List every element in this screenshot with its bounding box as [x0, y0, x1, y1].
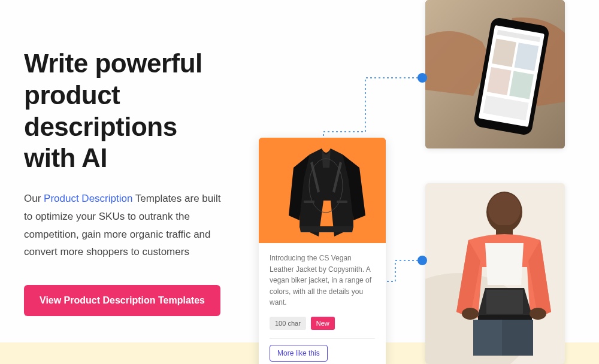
svg-point-21 [530, 308, 546, 320]
view-templates-button[interactable]: View Product Description Templates [24, 285, 220, 316]
svg-rect-10 [487, 67, 512, 95]
svg-rect-11 [509, 71, 534, 99]
phone-illustration-icon [425, 0, 565, 148]
card-separator [270, 338, 375, 339]
char-count-badge: 100 char [270, 317, 306, 330]
hero-left-column: Write powerful product descriptions with… [0, 0, 240, 364]
svg-rect-2 [304, 201, 314, 203]
svg-rect-19 [486, 290, 523, 314]
hero-subtext: Our Product Description Templates are bu… [24, 190, 228, 261]
more-like-this-button[interactable]: More like this [270, 345, 328, 362]
svg-rect-3 [337, 201, 347, 203]
new-badge: New [311, 317, 335, 330]
product-image [259, 138, 386, 243]
person-laptop-image [425, 183, 565, 364]
connector-dot-bottom [418, 256, 427, 265]
badge-row: 100 char New [270, 317, 375, 330]
svg-rect-23 [473, 320, 502, 356]
product-description-text: Introducing the CS Vegan Leather Jacket … [270, 253, 375, 308]
svg-rect-9 [515, 43, 539, 71]
connector-dot-top [418, 73, 427, 83]
page-container: Write powerful product descriptions with… [0, 0, 599, 364]
product-card: Introducing the CS Vegan Leather Jacket … [259, 138, 386, 364]
svg-rect-8 [492, 39, 516, 67]
subtext-pre: Our [24, 193, 44, 204]
svg-point-16 [488, 193, 521, 226]
jacket-icon [259, 138, 386, 243]
svg-point-20 [462, 308, 479, 320]
card-body: Introducing the CS Vegan Leather Jacket … [259, 243, 386, 364]
person-illustration-icon [425, 183, 565, 364]
hero-heading: Write powerful product descriptions with… [24, 48, 228, 174]
product-description-link[interactable]: Product Description [44, 193, 132, 204]
phone-shopping-image [425, 0, 565, 148]
